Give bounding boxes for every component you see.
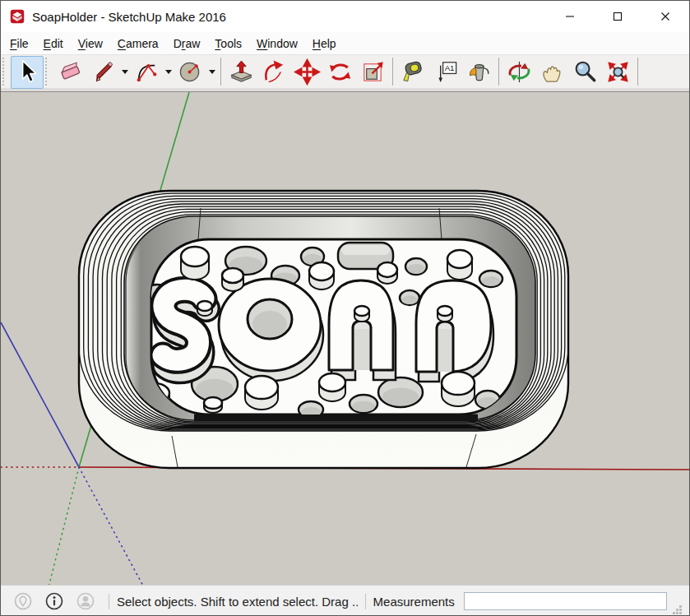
support-peg [438,306,452,322]
toolbar-group [225,56,389,91]
drain-hole [378,377,423,407]
toolbar-separator [637,58,638,86]
credits-icon[interactable] [44,591,65,612]
titlebar: SoapHolder - SketchUp Make 2016 [1,1,689,32]
menu-view[interactable]: View [71,34,110,53]
geolocation-icon[interactable] [12,591,34,612]
tool-line-dropdown[interactable] [119,56,130,89]
tool-arc-dropdown[interactable] [163,56,174,89]
window-title: SoapHolder - SketchUp Make 2016 [32,10,226,24]
tool-circle-dropdown[interactable] [206,56,217,89]
toolbar-separator [392,58,393,86]
line-icon [90,58,117,86]
text-icon: A1 [433,58,460,86]
tool-follow-me-button[interactable] [257,56,290,89]
support-peg [222,268,243,291]
menu-draw[interactable]: Draw [166,34,208,53]
support-peg [204,397,222,413]
orbit-icon [506,58,533,86]
axis-blue-dotted [79,467,144,585]
measurements-input[interactable] [464,592,667,610]
support-peg [245,376,278,410]
support-peg [377,262,397,284]
axis-green-dotted [49,467,79,585]
statusbar: Select objects. Shift to extend select. … [1,585,689,616]
menu-file[interactable]: File [2,34,36,53]
model-canvas: SoapHolder soap dish 3D model [1,92,689,585]
tool-pan-button[interactable] [535,56,568,89]
support-peg [319,373,345,401]
drain-hole [479,271,502,287]
close-icon [660,12,670,21]
chevron-down-icon [122,70,128,74]
tool-paint-bucket-button[interactable] [462,56,495,89]
toolbar-group: A1 [396,56,495,91]
statusbar-separator [365,594,366,609]
window-controls [546,1,689,32]
tool-tape-measure-button[interactable] [396,56,429,89]
chevron-down-icon [165,70,172,74]
scale-icon [359,58,387,86]
paint-bucket-icon [465,58,493,86]
drain-hole [350,395,377,413]
sign-in-icon[interactable] [75,591,96,612]
soap-holder-model [79,191,568,468]
resize-grip-icon[interactable] [672,604,683,614]
soap-letter-a [329,280,396,380]
support-peg [197,301,212,316]
tape-measure-icon [400,58,427,86]
menu-camera[interactable]: Camera [110,34,166,53]
push-pull-icon [228,58,255,86]
tool-scale-button[interactable] [356,56,389,89]
drain-hole [405,258,427,275]
close-button[interactable] [641,1,689,32]
toolbar: A1 [1,55,689,92]
support-peg [354,306,369,322]
maximize-button[interactable] [594,1,641,32]
circle-icon [177,58,204,86]
statusbar-separator [109,594,109,609]
pan-icon [539,58,566,86]
toolbar-separator [220,58,221,86]
toolbar-separator [498,58,499,86]
support-peg [309,262,334,289]
drain-hole [400,290,419,305]
menubar: FileEditViewCameraDrawToolsWindowHelp [1,32,689,55]
toolbar-grip[interactable] [2,58,8,86]
tool-move-button[interactable] [290,56,323,89]
menu-edit[interactable]: Edit [36,34,71,53]
zoom-extents-icon [604,58,632,86]
maximize-icon [613,12,623,21]
arc-icon [133,58,160,86]
toolbar-group [53,56,217,91]
tool-line-button[interactable] [86,56,119,89]
tool-circle-button[interactable] [174,56,206,89]
support-peg [447,250,472,280]
viewport-3d[interactable]: SoapHolder soap dish 3D model [1,92,689,585]
chevron-down-icon [209,70,215,74]
svg-text:A1: A1 [444,63,454,72]
tool-orbit-button[interactable] [502,56,535,89]
tool-zoom-button[interactable] [568,56,601,89]
tool-push-pull-button[interactable] [225,56,257,89]
tool-zoom-extents-button[interactable] [601,56,634,89]
support-peg [181,247,209,280]
minimize-button[interactable] [546,1,594,32]
tool-text-button[interactable]: A1 [429,56,462,89]
toolbar-grip[interactable] [45,58,51,86]
menu-tools[interactable]: Tools [207,34,249,53]
move-icon [294,58,321,86]
tool-rotate-button[interactable] [323,56,356,89]
zoom-icon [572,58,599,86]
toolbar-group [502,56,634,91]
minimize-icon [565,12,575,21]
tool-eraser-button[interactable] [53,56,86,89]
app-window: SoapHolder - SketchUp Make 2016 FileEdit… [0,0,690,616]
menu-help[interactable]: Help [305,34,344,53]
toolbar-group [11,56,44,91]
tool-select-button[interactable] [11,56,44,89]
axis-blue-solid [1,322,79,467]
soap-letter-p [416,280,493,382]
menu-window[interactable]: Window [249,34,305,53]
tool-arc-button[interactable] [130,56,163,89]
